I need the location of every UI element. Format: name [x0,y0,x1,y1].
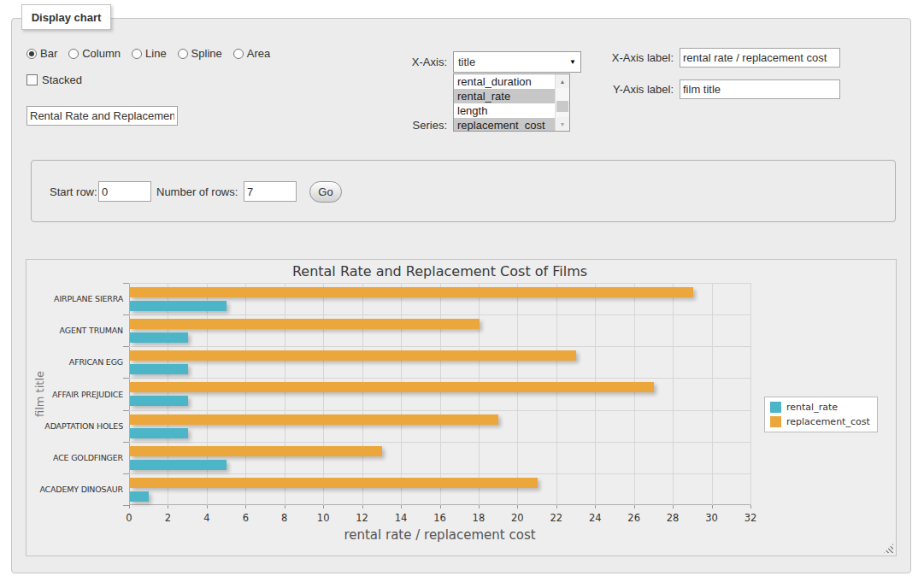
gridline [129,315,750,315]
chart-title-input[interactable] [26,106,178,126]
resize-grip-icon[interactable] [884,544,893,553]
x-axis-tick [634,505,635,509]
x-tick-label: 28 [657,512,688,524]
bar-rental-rate[interactable] [130,332,188,343]
x-tick-label: 10 [308,512,338,524]
gridline [129,283,750,284]
y-axis-tick [123,378,129,379]
x-tick-label: 4 [191,512,222,524]
chart-type-label: Spline [191,47,222,60]
chart-type-option-spline[interactable]: Spline [178,47,222,60]
page: Display chart BarColumnLineSplineArea St… [0,0,924,582]
chart-type-radio-area[interactable] [233,49,244,59]
y-axis-tick [123,410,129,411]
x-axis-tick [207,505,208,509]
chart-type-option-column[interactable]: Column [68,47,121,60]
start-row-label: Start row: [50,185,97,198]
legend-entry-rental_rate: rental_rate [770,402,870,413]
y-axis-tick [123,505,129,506]
y-axis-tick [123,442,129,443]
y-axis-tick [123,346,129,347]
bar-replacement-cost[interactable] [130,478,538,488]
chart-type-option-bar[interactable]: Bar [26,47,57,60]
bar-rental-rate[interactable] [130,428,188,438]
gridline [556,283,557,505]
x-axis-tick [285,505,285,509]
y-axis-tick [123,473,129,474]
gridline [595,283,596,505]
gridline [168,283,168,505]
series-scrollbar[interactable]: ▲ ▼ [555,74,569,131]
x-axis-title: rental rate / replacement cost [129,527,750,543]
x-axis-tick [440,505,441,509]
go-button[interactable]: Go [309,181,342,203]
chart-container: Rental Rate and Replacement Cost of Film… [26,259,897,556]
series-multiselect[interactable]: rental_durationrental_ratelengthreplacem… [453,73,570,132]
chart-type-radio-group: BarColumnLineSplineArea [26,47,276,60]
bar-replacement-cost[interactable] [130,319,480,329]
stacked-label: Stacked [42,73,82,86]
x-axis-select[interactable]: title ▼ [453,51,581,73]
series-options: rental_durationrental_ratelengthreplacem… [454,74,555,131]
category-label: AFRICAN EGG [47,357,123,367]
gridline [362,283,363,505]
bar-rental-rate[interactable] [130,460,227,470]
bar-rental-rate[interactable] [130,396,188,406]
bar-replacement-cost[interactable] [130,446,382,456]
x-tick-label: 32 [735,512,766,524]
x-axis-tick [168,505,168,509]
series-option-length[interactable]: length [454,103,555,118]
scroll-thumb[interactable] [556,101,568,112]
bar-replacement-cost[interactable] [130,414,498,425]
chart-type-radio-spline[interactable] [178,49,188,59]
x-tick-label: 20 [502,512,533,524]
scroll-down-icon[interactable]: ▼ [556,117,569,131]
scroll-up-icon[interactable]: ▲ [556,74,569,88]
legend-swatch [770,402,781,413]
number-of-rows-input[interactable] [244,181,297,202]
gridline [207,283,208,505]
bar-replacement-cost[interactable] [130,350,576,361]
series-option-rental_duration[interactable]: rental_duration [454,74,555,89]
gridline [129,473,750,474]
bar-replacement-cost[interactable] [130,287,693,297]
bar-rental-rate[interactable] [130,364,188,374]
stacked-row: Stacked [26,73,82,86]
chart-type-radio-bar[interactable] [26,49,37,59]
bar-rental-rate[interactable] [130,301,227,311]
x-axis-tick [595,505,596,509]
series-option-replacement_cost[interactable]: replacement_cost [454,118,555,131]
x-axis-tick [362,505,363,509]
number-of-rows-label: Number of rows: [156,185,238,198]
category-label: ACE GOLDFINGER [47,452,123,462]
gridline [712,283,713,505]
chart-type-option-line[interactable]: Line [132,47,167,60]
chart-type-option-area[interactable]: Area [233,47,270,60]
x-axis-label-input[interactable] [680,48,840,68]
stacked-checkbox[interactable] [26,74,38,85]
category-label: ACADEMY DINOSAUR [47,484,123,494]
series-option-rental_rate[interactable]: rental_rate [454,89,555,103]
legend-swatch [770,416,781,427]
chart-type-radio-column[interactable] [68,49,79,59]
x-tick-label: 16 [425,512,456,524]
chart-type-label: Area [247,47,270,60]
y-axis-label-field-label: Y-Axis label: [590,79,674,99]
gridline [129,410,750,411]
x-tick-label: 30 [697,512,727,524]
y-axis-label-input[interactable] [680,79,840,99]
chart-legend: rental_ratereplacement_cost [764,397,878,432]
bar-rental-rate[interactable] [130,491,149,502]
gridline [440,283,441,505]
gridline [634,283,635,505]
x-axis-tick [712,505,713,509]
scroll-track[interactable] [556,88,569,117]
gridline [479,283,480,505]
start-row-input[interactable] [98,181,151,202]
chart-type-radio-line[interactable] [132,49,142,59]
y-axis-title: film title [32,283,47,505]
y-axis-tick [123,283,129,284]
x-tick-label: 6 [230,512,261,524]
chart-type-label: Line [145,47,167,60]
bar-replacement-cost[interactable] [130,382,654,392]
